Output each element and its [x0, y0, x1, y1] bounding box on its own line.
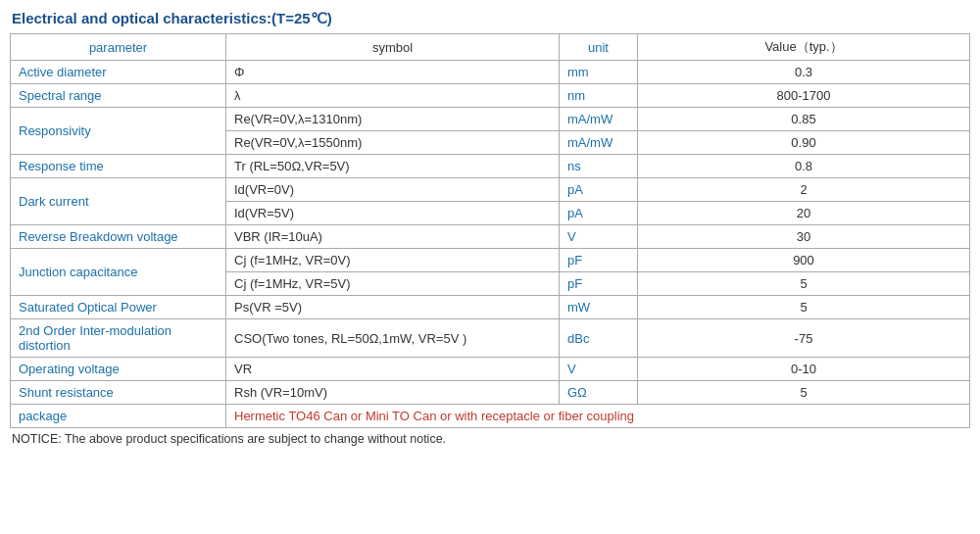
symbol-cell: λ: [226, 84, 560, 108]
symbol-cell: Φ: [226, 61, 560, 84]
unit-cell: dBc: [560, 319, 638, 358]
table-row: Spectral rangeλnm800-1700: [11, 84, 970, 108]
symbol-cell: Cj (f=1MHz, VR=5V): [226, 272, 560, 296]
symbol-cell: VR: [226, 358, 560, 381]
symbol-cell: Re(VR=0V,λ=1310nm): [226, 108, 560, 131]
table-row: Response timeTr (RL=50Ω,VR=5V)ns0.8: [11, 155, 970, 178]
unit-cell: mA/mW: [560, 131, 638, 155]
symbol-cell: Cj (f=1MHz, VR=0V): [226, 249, 560, 272]
table-row: Operating voltageVRV0-10: [11, 358, 970, 381]
symbol-cell: Tr (RL=50Ω,VR=5V): [226, 155, 560, 178]
table-row: Active diameterΦmm0.3: [11, 61, 970, 84]
value-cell: 0.85: [638, 108, 970, 131]
symbol-cell: VBR (IR=10uA): [226, 225, 560, 249]
value-cell: 5: [638, 272, 970, 296]
unit-cell: V: [560, 225, 638, 249]
unit-cell: pF: [560, 249, 638, 272]
param-cell: Reverse Breakdown voltage: [11, 225, 226, 249]
symbol-cell: Rsh (VR=10mV): [226, 381, 560, 405]
param-cell: Saturated Optical Power: [11, 296, 226, 319]
main-container: Electrical and optical characteristics:(…: [10, 10, 970, 446]
param-cell: Responsivity: [11, 108, 226, 155]
value-cell: 0-10: [638, 358, 970, 381]
unit-cell: ns: [560, 155, 638, 178]
param-cell: Spectral range: [11, 84, 226, 108]
unit-cell: GΩ: [560, 381, 638, 405]
value-cell: 20: [638, 202, 970, 225]
unit-cell: pA: [560, 202, 638, 225]
table-row: Reverse Breakdown voltageVBR (IR=10uA)V3…: [11, 225, 970, 249]
value-cell: 900: [638, 249, 970, 272]
symbol-cell: Id(VR=0V): [226, 178, 560, 202]
table-row: Dark currentId(VR=0V)pA2: [11, 178, 970, 202]
table-row: 2nd Order Inter-modulation distortionCSO…: [11, 319, 970, 358]
value-cell: 5: [638, 296, 970, 319]
unit-cell: mA/mW: [560, 108, 638, 131]
table-row: packageHermetic TO46 Can or Mini TO Can …: [11, 405, 970, 428]
header-unit: unit: [560, 34, 638, 61]
param-cell: package: [11, 405, 226, 428]
param-cell: Response time: [11, 155, 226, 178]
table-row: ResponsivityRe(VR=0V,λ=1310nm)mA/mW0.85: [11, 108, 970, 131]
param-cell: Active diameter: [11, 61, 226, 84]
value-cell: 0.3: [638, 61, 970, 84]
header-value: Value（typ.）: [638, 34, 970, 61]
unit-cell: pF: [560, 272, 638, 296]
unit-cell: mW: [560, 296, 638, 319]
table-row: Saturated Optical PowerPs(VR =5V)mW5: [11, 296, 970, 319]
param-cell: Dark current: [11, 178, 226, 225]
symbol-cell: Ps(VR =5V): [226, 296, 560, 319]
param-cell: 2nd Order Inter-modulation distortion: [11, 319, 226, 358]
param-cell: Operating voltage: [11, 358, 226, 381]
table-row: Shunt resistanceRsh (VR=10mV)GΩ5: [11, 381, 970, 405]
param-cell: Junction capacitance: [11, 249, 226, 296]
notice-text: NOTICE: The above product specifications…: [10, 432, 970, 446]
symbol-cell: Re(VR=0V,λ=1550nm): [226, 131, 560, 155]
value-cell: 5: [638, 381, 970, 405]
unit-cell: nm: [560, 84, 638, 108]
symbol-cell: CSO(Two tones, RL=50Ω,1mW, VR=5V ): [226, 319, 560, 358]
value-cell: 30: [638, 225, 970, 249]
value-cell: 800-1700: [638, 84, 970, 108]
header-row: parameter symbol unit Value（typ.）: [11, 34, 970, 61]
header-parameter: parameter: [11, 34, 226, 61]
value-cell: -75: [638, 319, 970, 358]
merged-value-cell: Hermetic TO46 Can or Mini TO Can or with…: [226, 405, 970, 428]
value-cell: 0.90: [638, 131, 970, 155]
value-cell: 0.8: [638, 155, 970, 178]
symbol-cell: Id(VR=5V): [226, 202, 560, 225]
value-cell: 2: [638, 178, 970, 202]
unit-cell: V: [560, 358, 638, 381]
unit-cell: pA: [560, 178, 638, 202]
table-title: Electrical and optical characteristics:(…: [10, 10, 970, 27]
unit-cell: mm: [560, 61, 638, 84]
table-row: Junction capacitanceCj (f=1MHz, VR=0V)pF…: [11, 249, 970, 272]
characteristics-table: parameter symbol unit Value（typ.） Active…: [10, 33, 970, 428]
header-symbol: symbol: [226, 34, 560, 61]
param-cell: Shunt resistance: [11, 381, 226, 405]
